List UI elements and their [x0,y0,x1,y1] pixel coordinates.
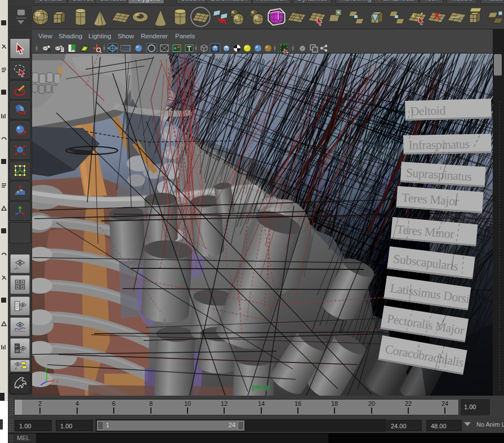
svg-text:Infraspinatus: Infraspinatus [408,137,470,152]
svg-text:persp: persp [252,383,270,391]
svg-text:x: x [56,379,59,384]
svg-text:z: z [37,385,39,391]
svg-text:Deltoid: Deltoid [410,103,446,118]
svg-text:y: y [45,366,48,371]
